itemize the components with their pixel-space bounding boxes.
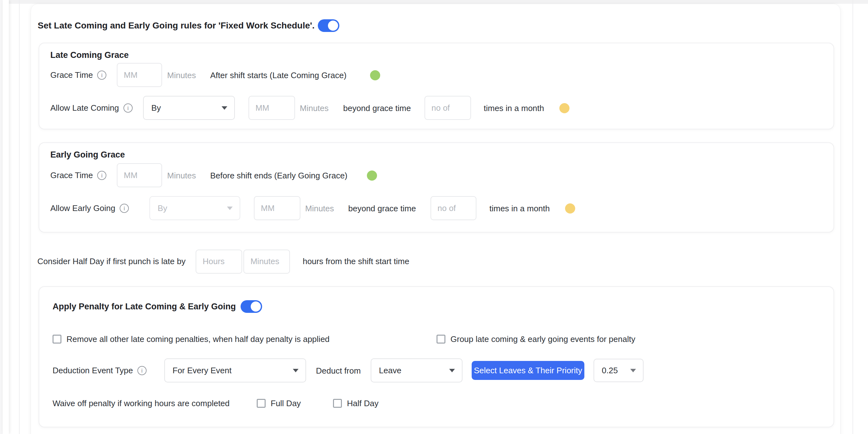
- deduction-ratio-value: 0.25: [602, 366, 618, 375]
- left-divider-line: [19, 0, 20, 434]
- left-gutter: [0, 0, 3, 434]
- early-grace-minutes-input[interactable]: [117, 163, 162, 187]
- remove-penalties-label: Remove all other late coming penalties, …: [66, 334, 330, 344]
- beyond-grace-text: beyond grace time: [348, 203, 416, 213]
- allow-early-by-value: By: [158, 203, 167, 213]
- info-icon[interactable]: i: [97, 71, 106, 80]
- group-events-label: Group late coming & early going events f…: [451, 334, 635, 344]
- allow-early-going-label-group: Allow Early Going i: [50, 196, 129, 221]
- early-going-grace-card: Early Going Grace Grace Time i Minutes B…: [39, 142, 834, 233]
- grace-description: After shift starts (Late Coming Grace): [210, 70, 347, 80]
- late-coming-grace-card: Late Coming Grace Grace Time i Minutes A…: [39, 43, 834, 129]
- allow-late-times-input[interactable]: [425, 96, 471, 120]
- grace-time-label-group: Grace Time i: [50, 63, 106, 87]
- penalty-toggle[interactable]: [241, 300, 262, 313]
- waive-off-label: Waive off penalty if working hours are c…: [53, 399, 229, 408]
- grace-time-label-group: Grace Time i: [50, 163, 106, 188]
- info-icon[interactable]: i: [97, 171, 106, 180]
- allow-late-minutes-input[interactable]: [248, 96, 295, 120]
- deduction-label-group: Deduction Event Type i: [53, 358, 147, 383]
- status-dot-yellow: [565, 203, 575, 213]
- group-events-checkbox[interactable]: [437, 335, 445, 343]
- allow-early-minutes-input[interactable]: [254, 196, 301, 220]
- event-type-select[interactable]: For Every Event: [164, 358, 306, 382]
- page-top-strip: [0, 0, 868, 4]
- minutes-unit-label: Minutes: [300, 103, 329, 113]
- select-leaves-button[interactable]: Select Leaves & Their Priority: [472, 361, 584, 380]
- chevron-down-icon: [222, 106, 227, 110]
- toggle-knob-icon: [328, 21, 338, 31]
- page-title: Set Late Coming and Early Going rules fo…: [38, 21, 315, 31]
- left-panel-edge: [3, 0, 9, 434]
- half-day-rule-row: Consider Half Day if first punch is late…: [37, 249, 409, 274]
- late-grace-minutes-input[interactable]: [117, 63, 162, 87]
- late-grace-time-row: Grace Time i Minutes After shift starts …: [50, 63, 823, 87]
- allow-late-coming-label: Allow Late Coming: [50, 103, 119, 113]
- chevron-down-icon: [227, 206, 233, 210]
- early-grace-time-row: Grace Time i Minutes Before shift ends (…: [50, 163, 823, 188]
- penalty-checkbox-row: Remove all other late coming penalties, …: [53, 330, 823, 348]
- half-day-rule-suffix: hours from the shift start time: [303, 257, 409, 266]
- half-day-hours-input[interactable]: [196, 249, 242, 274]
- deduction-row: Deduction Event Type i For Every Event D…: [53, 358, 823, 383]
- right-divider-line: [852, 0, 853, 434]
- minutes-unit-label: Minutes: [167, 70, 196, 80]
- late-coming-grace-title: Late Coming Grace: [50, 50, 129, 60]
- status-dot-green: [367, 170, 377, 180]
- chevron-down-icon: [293, 369, 299, 372]
- deduction-event-type-label: Deduction Event Type: [53, 366, 133, 375]
- full-day-label: Full Day: [271, 399, 301, 408]
- header-row: Set Late Coming and Early Going rules fo…: [38, 15, 828, 36]
- allow-early-by-select[interactable]: By: [149, 196, 240, 220]
- early-going-grace-title: Early Going Grace: [50, 150, 125, 160]
- event-type-value: For Every Event: [173, 366, 231, 375]
- status-dot-green: [370, 70, 380, 80]
- info-icon[interactable]: i: [137, 366, 147, 375]
- waive-off-row: Waive off penalty if working hours are c…: [53, 395, 823, 412]
- deduct-from-value: Leave: [379, 366, 401, 375]
- beyond-grace-text: beyond grace time: [343, 103, 411, 113]
- deduct-from-label: Deduct from: [316, 366, 361, 375]
- times-in-month-text: times in a month: [484, 103, 544, 113]
- half-day-minutes-input[interactable]: [243, 249, 290, 274]
- allow-late-coming-label-group: Allow Late Coming i: [50, 96, 133, 120]
- full-day-checkbox[interactable]: [257, 399, 266, 408]
- half-day-rule-prefix: Consider Half Day if first punch is late…: [37, 257, 186, 266]
- penalty-header-row: Apply Penalty for Late Coming & Early Go…: [53, 296, 823, 316]
- times-in-month-text: times in a month: [489, 203, 550, 213]
- minutes-unit-label: Minutes: [305, 203, 334, 213]
- grace-time-label: Grace Time: [50, 170, 93, 180]
- allow-early-going-row: Allow Early Going i By Minutes beyond gr…: [50, 196, 823, 221]
- grace-time-label: Grace Time: [50, 70, 93, 80]
- allow-early-times-input[interactable]: [431, 196, 476, 220]
- apply-penalty-title: Apply Penalty for Late Coming & Early Go…: [53, 302, 236, 311]
- allow-late-by-value: By: [151, 103, 161, 113]
- schedule-rules-panel: Set Late Coming and Early Going rules fo…: [31, 4, 840, 434]
- toggle-knob-icon: [251, 301, 261, 311]
- info-icon[interactable]: i: [120, 204, 129, 213]
- minutes-unit-label: Minutes: [167, 170, 196, 180]
- apply-penalty-card: Apply Penalty for Late Coming & Early Go…: [39, 286, 834, 427]
- allow-early-going-label: Allow Early Going: [50, 203, 115, 213]
- grace-description: Before shift ends (Early Going Grace): [210, 170, 348, 180]
- allow-late-coming-row: Allow Late Coming i By Minutes beyond gr…: [50, 96, 823, 120]
- remove-penalties-checkbox[interactable]: [53, 335, 61, 343]
- status-dot-yellow: [559, 103, 569, 113]
- chevron-down-icon: [449, 369, 455, 372]
- deduct-from-select[interactable]: Leave: [371, 358, 463, 382]
- half-day-label: Half Day: [347, 399, 379, 408]
- half-day-checkbox[interactable]: [333, 399, 342, 408]
- allow-late-by-select[interactable]: By: [143, 96, 235, 120]
- chevron-down-icon: [630, 369, 636, 372]
- deduction-ratio-select[interactable]: 0.25: [593, 359, 644, 382]
- rules-toggle[interactable]: [318, 19, 339, 32]
- info-icon[interactable]: i: [123, 103, 133, 112]
